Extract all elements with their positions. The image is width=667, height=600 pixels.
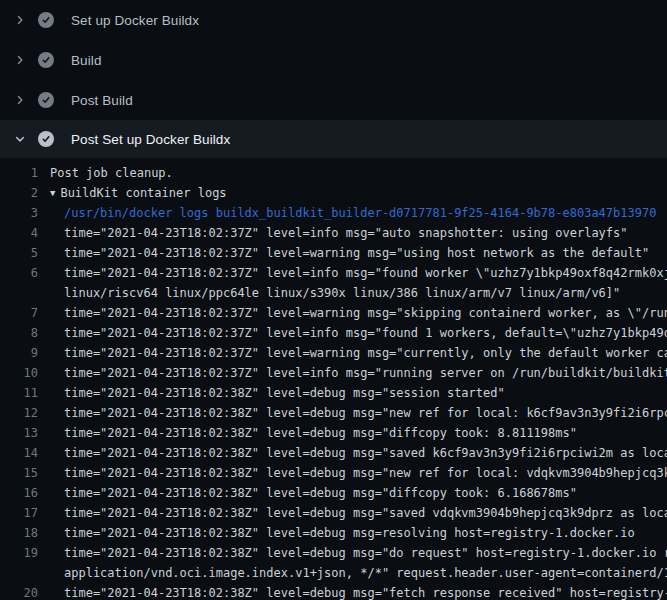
check-circle-icon	[38, 12, 54, 28]
log-row: 18time="2021-04-23T18:02:38Z" level=debu…	[0, 523, 667, 543]
line-number[interactable]: 9	[0, 343, 38, 363]
log-text: time="2021-04-23T18:02:38Z" level=debug …	[38, 583, 667, 600]
step-row[interactable]: Post Set up Docker Buildx	[0, 120, 667, 158]
log-text: time="2021-04-23T18:02:38Z" level=debug …	[38, 483, 577, 503]
log-text: time="2021-04-23T18:02:37Z" level=warnin…	[38, 343, 667, 363]
step-label: Post Build	[71, 93, 133, 108]
check-circle-icon	[38, 92, 54, 108]
log-row: 19time="2021-04-23T18:02:38Z" level=debu…	[0, 543, 667, 563]
log-row: 6time="2021-04-23T18:02:37Z" level=info …	[0, 263, 667, 283]
log-text: time="2021-04-23T18:02:37Z" level=warnin…	[38, 243, 649, 263]
log-text: time="2021-04-23T18:02:38Z" level=debug …	[38, 403, 667, 423]
line-number[interactable]: 20	[0, 583, 38, 600]
log-group-row: 2▼BuildKit container logs	[0, 183, 667, 203]
line-number[interactable]: 3	[0, 203, 38, 223]
line-number[interactable]: 10	[0, 363, 38, 383]
log-row: 7time="2021-04-23T18:02:37Z" level=warni…	[0, 303, 667, 323]
log-row: 20time="2021-04-23T18:02:38Z" level=debu…	[0, 583, 667, 600]
log-row: 4time="2021-04-23T18:02:37Z" level=info …	[0, 223, 667, 243]
line-number[interactable]: 4	[0, 223, 38, 243]
log-row: 8time="2021-04-23T18:02:37Z" level=info …	[0, 323, 667, 343]
line-number[interactable]: 6	[0, 263, 38, 283]
log-row: 5time="2021-04-23T18:02:37Z" level=warni…	[0, 243, 667, 263]
line-number[interactable]: 18	[0, 523, 38, 543]
log-row: 9time="2021-04-23T18:02:37Z" level=warni…	[0, 343, 667, 363]
step-list: Set up Docker BuildxBuildPost BuildPost …	[0, 0, 667, 158]
log-text: Post job cleanup.	[38, 163, 173, 183]
line-number[interactable]: 14	[0, 443, 38, 463]
log-text: linux/riscv64 linux/ppc64le linux/s390x …	[38, 283, 620, 303]
step-row[interactable]: Post Build	[0, 80, 667, 120]
log-text: time="2021-04-23T18:02:38Z" level=debug …	[38, 443, 667, 463]
log-row: 17time="2021-04-23T18:02:38Z" level=debu…	[0, 503, 667, 523]
step-label: Post Set up Docker Buildx	[71, 132, 230, 147]
log-text: time="2021-04-23T18:02:38Z" level=debug …	[38, 383, 505, 403]
chevron-right-icon	[12, 12, 28, 28]
log-row: 15time="2021-04-23T18:02:38Z" level=debu…	[0, 463, 667, 483]
log-text: time="2021-04-23T18:02:37Z" level=warnin…	[38, 303, 667, 323]
step-row[interactable]: Set up Docker Buildx	[0, 0, 667, 40]
line-number[interactable]: 11	[0, 383, 38, 403]
line-number[interactable]: 12	[0, 403, 38, 423]
line-number	[0, 563, 38, 583]
log-lines: 1Post job cleanup.2▼BuildKit container l…	[0, 160, 667, 600]
log-row: linux/riscv64 linux/ppc64le linux/s390x …	[0, 283, 667, 303]
log-text: time="2021-04-23T18:02:38Z" level=debug …	[38, 423, 577, 443]
step-label: Build	[71, 53, 102, 68]
log-text: application/vnd.oci.image.index.v1+json,…	[38, 563, 667, 583]
log-row: 1Post job cleanup.	[0, 163, 667, 183]
log-row: 3/usr/bin/docker logs buildx_buildkit_bu…	[0, 203, 667, 223]
log-command-text: /usr/bin/docker logs buildx_buildkit_bui…	[38, 203, 656, 223]
line-number[interactable]: 15	[0, 463, 38, 483]
chevron-right-icon	[12, 92, 28, 108]
log-text: time="2021-04-23T18:02:37Z" level=info m…	[38, 363, 667, 383]
log-text: time="2021-04-23T18:02:38Z" level=debug …	[38, 543, 667, 563]
log-row: 12time="2021-04-23T18:02:38Z" level=debu…	[0, 403, 667, 423]
log-text: time="2021-04-23T18:02:38Z" level=debug …	[38, 463, 667, 483]
log-row: 13time="2021-04-23T18:02:38Z" level=debu…	[0, 423, 667, 443]
log-row: application/vnd.oci.image.index.v1+json,…	[0, 563, 667, 583]
log-row: 16time="2021-04-23T18:02:38Z" level=debu…	[0, 483, 667, 503]
line-number[interactable]: 2	[0, 183, 38, 203]
line-number[interactable]: 7	[0, 303, 38, 323]
line-number[interactable]: 19	[0, 543, 38, 563]
line-number	[0, 283, 38, 303]
chevron-right-icon	[12, 52, 28, 68]
log-row: 11time="2021-04-23T18:02:38Z" level=debu…	[0, 383, 667, 403]
log-text: time="2021-04-23T18:02:37Z" level=info m…	[38, 323, 667, 343]
line-number[interactable]: 1	[0, 163, 38, 183]
step-label: Set up Docker Buildx	[71, 13, 199, 28]
line-number[interactable]: 8	[0, 323, 38, 343]
log-text: time="2021-04-23T18:02:38Z" level=debug …	[38, 503, 667, 523]
line-number[interactable]: 16	[0, 483, 38, 503]
chevron-down-icon	[12, 131, 28, 147]
line-number[interactable]: 13	[0, 423, 38, 443]
log-text: time="2021-04-23T18:02:38Z" level=debug …	[38, 523, 635, 543]
log-text[interactable]: ▼BuildKit container logs	[38, 183, 227, 203]
triangle-down-icon[interactable]: ▼	[50, 183, 55, 203]
step-row[interactable]: Build	[0, 40, 667, 80]
log-text: time="2021-04-23T18:02:37Z" level=info m…	[38, 263, 667, 283]
line-number[interactable]: 17	[0, 503, 38, 523]
check-circle-icon	[38, 131, 54, 147]
check-circle-icon	[38, 52, 54, 68]
log-row: 14time="2021-04-23T18:02:38Z" level=debu…	[0, 443, 667, 463]
line-number[interactable]: 5	[0, 243, 38, 263]
log-text: time="2021-04-23T18:02:37Z" level=info m…	[38, 223, 628, 243]
log-row: 10time="2021-04-23T18:02:37Z" level=info…	[0, 363, 667, 383]
